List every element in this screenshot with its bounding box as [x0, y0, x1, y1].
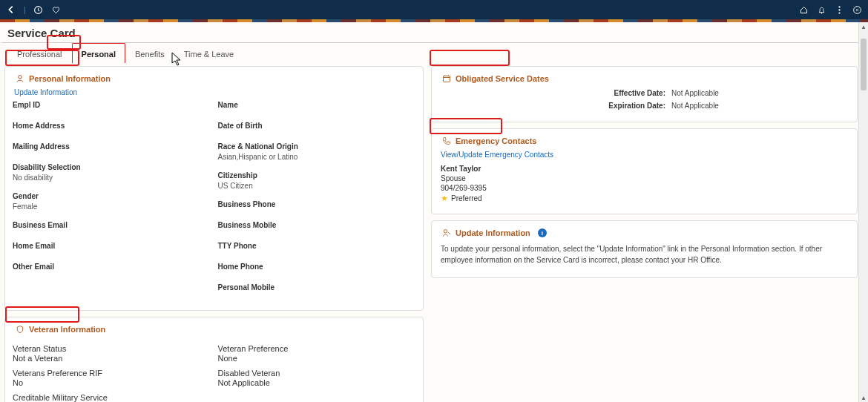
menu-dots-icon[interactable] — [834, 4, 844, 15]
field-value: No disability — [13, 174, 211, 182]
emergency-contact-name: Kent Taylor — [441, 165, 848, 173]
field-label: Expiration Date: — [517, 102, 665, 110]
field-value: Not a Veteran — [13, 354, 211, 363]
panel-header-personal-information: Personal Information — [13, 73, 114, 85]
svg-point-8 — [444, 230, 447, 234]
field-value: US Citizen — [218, 182, 416, 190]
panel-header-emergency: Emergency Contacts — [439, 135, 539, 147]
page-title: Service Card — [0, 22, 868, 42]
person-edit-icon — [442, 228, 451, 237]
field-value: Not Applicable — [671, 89, 820, 97]
tab-benefits[interactable]: Benefits — [125, 43, 174, 63]
top-nav-bar: | — [0, 0, 868, 19]
panel-title: Personal Information — [29, 74, 111, 83]
svg-rect-7 — [444, 76, 450, 82]
star-icon: ★ — [441, 194, 448, 203]
panel-header-update: Update Information i — [439, 227, 550, 239]
panel-emergency-contacts: Emergency Contacts View/Update Emergency… — [431, 128, 858, 214]
shield-icon — [16, 325, 24, 334]
clock-icon[interactable] — [33, 4, 44, 15]
field-label: Home Address — [13, 122, 211, 130]
home-icon[interactable] — [798, 4, 809, 15]
personal-info-right-column: Name Date of Birth Race & National Origi… — [218, 101, 416, 294]
scroll-up-arrow-icon[interactable]: ▲ — [859, 22, 868, 31]
field-label: Creditable Military Service — [13, 393, 211, 402]
svg-point-2 — [838, 6, 840, 7]
scroll-thumb[interactable] — [861, 39, 867, 90]
field-label: Race & National Origin — [218, 142, 416, 151]
svg-point-4 — [838, 12, 840, 13]
field-label: TTY Phone — [218, 242, 416, 250]
calendar-icon — [442, 74, 451, 83]
svg-point-3 — [838, 9, 840, 10]
panel-title: Update Information — [456, 228, 530, 237]
heart-icon[interactable] — [51, 4, 62, 15]
panel-title: Veteran Information — [29, 325, 105, 334]
field-label: Date of Birth — [218, 122, 416, 130]
field-label: Veteran Status — [13, 344, 211, 353]
update-info-text: To update your personal information, sel… — [439, 239, 849, 270]
field-label: Effective Date: — [517, 89, 665, 97]
veteran-left-column: Veteran StatusNot a Veteran Veterans Pre… — [13, 344, 211, 402]
field-label: Disabled Veteran — [218, 369, 416, 378]
vertical-scrollbar[interactable]: ▲ ▲ — [858, 22, 868, 402]
field-value: Not Applicable — [671, 102, 820, 110]
field-label: Business Email — [13, 221, 211, 229]
field-label: Mailing Address — [13, 142, 211, 151]
field-label: Veteran Preference — [218, 344, 416, 353]
field-label: Home Email — [13, 242, 211, 250]
info-icon[interactable]: i — [538, 228, 547, 237]
field-label: Veterans Preference RIF — [13, 369, 211, 378]
panel-title: Obligated Service Dates — [456, 74, 549, 83]
field-label: Business Phone — [218, 200, 416, 208]
person-icon — [16, 74, 24, 83]
emergency-contact-phone: 904/269-9395 — [441, 184, 848, 192]
svg-point-6 — [19, 76, 22, 79]
field-label: Home Phone — [218, 263, 416, 271]
field-label: Name — [218, 101, 416, 109]
tab-personal[interactable]: Personal — [72, 43, 125, 63]
phone-icon — [442, 136, 451, 145]
compass-icon[interactable] — [852, 4, 862, 15]
back-arrow-icon[interactable] — [6, 4, 16, 15]
field-label: Personal Mobile — [218, 283, 416, 291]
field-value: Asian,Hispanic or Latino — [218, 153, 416, 161]
panel-personal-information: Personal Information Update Information … — [4, 66, 424, 311]
emergency-contact-preferred: Preferred — [451, 194, 482, 202]
panel-veteran-information: Veteran Information Veteran StatusNot a … — [4, 317, 424, 402]
panel-obligated-service-dates: Obligated Service Dates Effective Date:N… — [431, 66, 858, 122]
field-label: Empl ID — [13, 101, 211, 109]
tab-professional[interactable]: Professional — [7, 43, 72, 63]
field-value: Female — [13, 202, 211, 211]
panel-update-information: Update Information i To update your pers… — [431, 220, 858, 278]
scroll-down-arrow-icon[interactable]: ▲ — [859, 393, 868, 402]
panel-title: Emergency Contacts — [456, 136, 536, 145]
emergency-contact-relation: Spouse — [441, 174, 848, 182]
field-label: Gender — [13, 192, 211, 200]
field-label: Other Email — [13, 263, 211, 271]
bell-icon[interactable] — [816, 4, 826, 15]
svg-point-1 — [821, 12, 822, 13]
field-value: None — [218, 354, 416, 363]
field-value: Not Applicable — [218, 378, 416, 387]
field-label: Business Mobile — [218, 221, 416, 229]
separator: | — [24, 5, 26, 14]
veteran-right-column: Veteran PreferenceNone Disabled VeteranN… — [218, 344, 416, 402]
personal-info-left-column: Empl ID Home Address Mailing Address Dis… — [13, 101, 211, 294]
field-label: Citizenship — [218, 171, 416, 179]
update-information-link[interactable]: Update Information — [14, 88, 77, 96]
field-value: No — [13, 378, 211, 387]
view-update-emergency-link[interactable]: View/Update Emergency Contacts — [441, 151, 553, 159]
tab-time-leave[interactable]: Time & Leave — [174, 43, 243, 63]
tab-bar: Professional Personal Benefits Time & Le… — [0, 43, 868, 63]
panel-header-veteran-information: Veteran Information — [13, 323, 108, 335]
panel-header-obligated: Obligated Service Dates — [439, 73, 552, 85]
content-area: Personal Information Update Information … — [0, 63, 868, 402]
field-label: Disability Selection — [13, 163, 211, 171]
